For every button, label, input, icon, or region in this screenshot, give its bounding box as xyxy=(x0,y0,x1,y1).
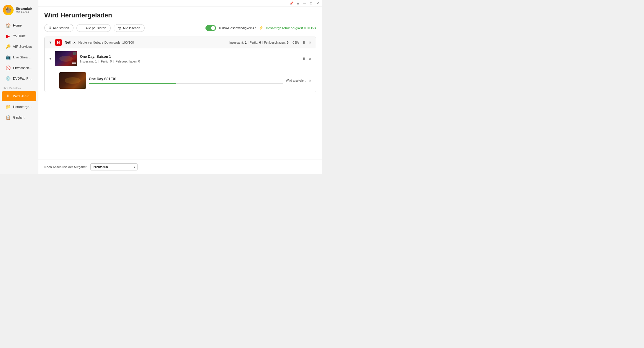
sidebar-item-label: Geplant xyxy=(13,116,24,119)
episode-count-badge: 1 xyxy=(73,52,76,55)
show-row: ▼ 1 One Day: Saison 1 Insgesamt: 1 | Fer… xyxy=(45,48,316,69)
episode-info: One Day S01E01 xyxy=(89,77,283,84)
turbo-toggle[interactable] xyxy=(205,25,216,31)
sidebar-item-downloading[interactable]: ⬇ Wird Heruntergeladen xyxy=(2,91,36,101)
maximize-button[interactable]: □ xyxy=(309,1,313,5)
show-title: One Day: Saison 1 xyxy=(80,55,299,59)
schedule-icon: 📋 xyxy=(5,115,11,120)
main-content: 📌 ☰ — □ ✕ Wird Heruntergeladen ⬇ Alle st… xyxy=(38,0,322,174)
service-name: Netflix xyxy=(65,40,76,45)
task-completion-label: Nach Abschluss der Aufgabe: xyxy=(44,165,87,169)
sidebar-item-scheduled[interactable]: 📋 Geplant xyxy=(2,112,36,122)
svg-rect-2 xyxy=(72,63,76,64)
episode-title: One Day S01E01 xyxy=(89,77,283,81)
task-completion-select[interactable]: Nichts tun Computer herunterfahren Ruhez… xyxy=(90,163,138,170)
show-collapse-button[interactable]: ▼ xyxy=(49,57,52,60)
titlebar: 📌 ☰ — □ ✕ xyxy=(38,0,322,7)
library-section-label: Ihre Mediathek xyxy=(0,84,38,91)
service-close-button[interactable]: ✕ xyxy=(308,40,312,45)
folder-icon: 📁 xyxy=(5,104,11,109)
episode-row: One Day S01E01 Wird analysiert ✕ xyxy=(45,69,316,92)
page-title: Wird Heruntergeladen xyxy=(44,12,316,19)
logo-text: Streamfab x64 6.1.6.3 xyxy=(16,7,32,13)
episode-thumbnail xyxy=(59,72,86,89)
turbo-section: Turbo-Geschwindigkeit An ⚡ Gesamtgeschwi… xyxy=(205,25,316,31)
svg-rect-0 xyxy=(72,61,76,61)
service-pause-button[interactable]: ⏸ xyxy=(302,40,306,45)
show-thumbnail: 1 xyxy=(55,51,77,66)
show-info: One Day: Saison 1 Insgesamt: 1 | Fertig:… xyxy=(80,55,299,63)
collapse-button[interactable]: ▼ xyxy=(49,40,52,45)
sidebar-item-label: YouTube xyxy=(13,34,26,38)
sidebar-item-livestream[interactable]: 📺 Live Streaming xyxy=(2,52,36,62)
key-icon: 🔑 xyxy=(5,44,11,49)
livestream-icon: 📺 xyxy=(5,55,11,60)
progress-container xyxy=(89,83,283,84)
sidebar-item-label: Wird Heruntergeladen xyxy=(13,94,33,98)
sidebar-item-label: Erwachsenen-Serv... xyxy=(13,66,33,70)
service-quota: Heute verfügbare Downloads: 100/100 xyxy=(79,41,134,44)
service-header: ▼ N Netflix Heute verfügbare Downloads: … xyxy=(45,37,316,48)
start-all-button[interactable]: ⬇ Alle starten xyxy=(44,24,73,32)
service-stats: Insgesamt: 1 | Fertig: 0 | Fehlgeschlage… xyxy=(229,41,299,44)
pause-all-button[interactable]: ⏸ Alle pausieren xyxy=(76,24,111,32)
adult-icon: 🚫 xyxy=(5,65,11,70)
pin-button[interactable]: 📌 xyxy=(290,1,294,5)
pause-icon: ⏸ xyxy=(81,26,84,30)
netflix-logo: N xyxy=(55,39,62,46)
netflix-section: ▼ N Netflix Heute verfügbare Downloads: … xyxy=(44,37,316,92)
task-select-wrapper: Nichts tun Computer herunterfahren Ruhez… xyxy=(90,163,138,170)
progress-bar-fill xyxy=(89,83,176,84)
home-icon: 🏠 xyxy=(5,23,11,28)
episode-close-button[interactable]: ✕ xyxy=(308,78,312,83)
turbo-label: Turbo-Geschwindigkeit An xyxy=(218,26,256,30)
speed-label: Gesamtgeschwindigkeit 0.00 B/s xyxy=(266,26,316,30)
download-icon: ⬇ xyxy=(49,26,51,30)
logo-icon: 🦥 xyxy=(3,5,14,15)
close-button[interactable]: ✕ xyxy=(316,1,320,5)
show-actions: ⏸ ✕ xyxy=(302,57,312,61)
list-icon xyxy=(72,60,76,65)
download-icon: ⬇ xyxy=(5,93,11,99)
progress-bar-background xyxy=(89,83,283,84)
sidebar-item-label: Live Streaming xyxy=(13,55,33,59)
svg-rect-1 xyxy=(72,62,76,63)
show-substats: Insgesamt: 1 | Fertig: 0 | Fehlgeschlage… xyxy=(80,60,299,63)
minimize-button[interactable]: — xyxy=(303,1,307,5)
sidebar-item-downloaded[interactable]: 📁 Heruntergeladen xyxy=(2,102,36,112)
show-pause-button[interactable]: ⏸ xyxy=(302,57,306,61)
sidebar-item-home[interactable]: 🏠 Home xyxy=(2,20,36,30)
sidebar: 🦥 Streamfab x64 6.1.6.3 🏠 Home ▶ YouTube… xyxy=(0,0,38,174)
menu-button[interactable]: ☰ xyxy=(296,1,300,5)
sidebar-item-vip[interactable]: 🔑 VIP-Services xyxy=(2,42,36,52)
sidebar-item-label: Heruntergeladen xyxy=(13,105,33,109)
sidebar-item-dvdfab[interactable]: 💿 DVDFab Produkte xyxy=(2,73,36,83)
youtube-icon: ▶ xyxy=(5,33,11,39)
dvdfab-icon: 💿 xyxy=(5,76,11,81)
sidebar-item-label: Home xyxy=(13,24,22,27)
lightning-icon: ⚡ xyxy=(259,26,263,30)
sidebar-item-label: VIP-Services xyxy=(13,45,32,48)
episode-status: Wird analysiert xyxy=(286,79,305,82)
service-actions: ⏸ ✕ xyxy=(302,40,312,45)
content-area: Wird Heruntergeladen ⬇ Alle starten ⏸ Al… xyxy=(38,7,322,160)
sidebar-item-adult[interactable]: 🚫 Erwachsenen-Serv... xyxy=(2,63,36,73)
trash-icon: 🗑 xyxy=(118,26,121,30)
sidebar-item-label: DVDFab Produkte xyxy=(13,77,33,80)
toolbar: ⬇ Alle starten ⏸ Alle pausieren 🗑 Alle l… xyxy=(44,24,316,32)
footer: Nach Abschluss der Aufgabe: Nichts tun C… xyxy=(38,160,322,174)
app-logo: 🦥 Streamfab x64 6.1.6.3 xyxy=(0,2,38,20)
app-name: Streamfab xyxy=(16,7,32,10)
delete-all-button[interactable]: 🗑 Alle löschen xyxy=(114,24,145,32)
sidebar-item-youtube[interactable]: ▶ YouTube xyxy=(2,31,36,41)
app-version: x64 6.1.6.3 xyxy=(16,10,32,13)
show-close-button[interactable]: ✕ xyxy=(308,57,312,61)
